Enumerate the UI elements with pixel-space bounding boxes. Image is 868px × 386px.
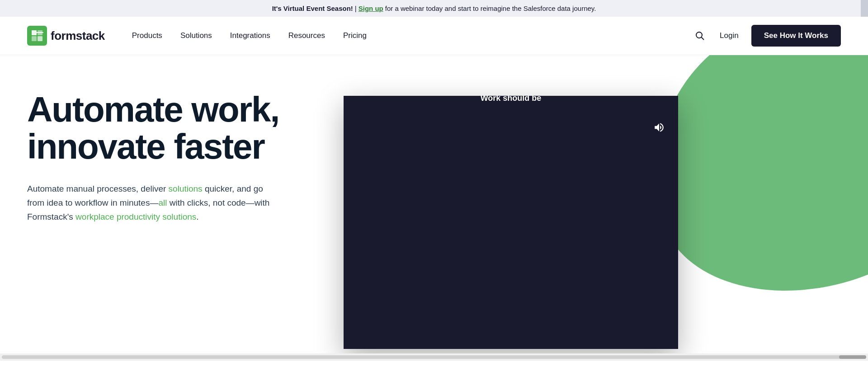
hero-description: Automate manual processes, deliver solut… — [27, 182, 280, 224]
search-button[interactable] — [693, 28, 707, 43]
logo-text: formstack — [51, 29, 105, 43]
login-link[interactable]: Login — [720, 31, 739, 40]
hero-right: Work should be — [339, 55, 868, 353]
hero-desc-green-3: workplace productivity solutions — [75, 212, 196, 221]
nav-products[interactable]: Products — [132, 31, 162, 40]
search-icon — [694, 30, 705, 41]
mute-icon — [653, 122, 665, 133]
nav-links: Products Solutions Integrations Resource… — [132, 31, 675, 40]
video-subtitle: Work should be — [344, 96, 678, 108]
announcement-rest: for a webinar today and start to reimagi… — [385, 5, 596, 12]
video-player[interactable]: Work should be — [344, 96, 678, 349]
cta-button[interactable]: See How It Works — [751, 25, 841, 47]
logo-icon — [27, 26, 47, 46]
nav-solutions[interactable]: Solutions — [180, 31, 212, 40]
svg-point-5 — [696, 32, 702, 38]
nav-resources[interactable]: Resources — [288, 31, 325, 40]
nav-pricing[interactable]: Pricing — [343, 31, 367, 40]
hero-desc-green-2: all — [158, 198, 167, 207]
announcement-bar: It's Virtual Event Season! | Sign up for… — [0, 0, 868, 17]
svg-line-6 — [702, 38, 704, 40]
horizontal-scrollbar[interactable] — [0, 353, 868, 361]
announcement-separator: | — [355, 5, 357, 12]
announcement-link[interactable]: Sign up — [359, 5, 383, 12]
nav-right: Login See How It Works — [693, 25, 841, 47]
svg-rect-2 — [32, 36, 37, 41]
hero-desc-green-1: solutions — [169, 184, 203, 193]
svg-rect-0 — [32, 30, 37, 35]
hero-section: Automate work, innovate faster Automate … — [0, 55, 868, 353]
logo[interactable]: formstack — [27, 26, 105, 46]
nav-integrations[interactable]: Integrations — [230, 31, 270, 40]
scrollbar-thumb[interactable] — [839, 355, 866, 359]
svg-rect-3 — [38, 36, 42, 41]
hero-left: Automate work, innovate faster Automate … — [0, 55, 339, 251]
mute-button[interactable] — [647, 116, 671, 139]
scrollbar-right — [861, 0, 868, 17]
logo-svg — [31, 29, 43, 42]
announcement-bold: It's Virtual Event Season! — [272, 5, 353, 12]
navbar: formstack Products Solutions Integration… — [0, 17, 868, 55]
hero-title: Automate work, innovate faster — [27, 91, 312, 165]
scrollbar-track — [2, 355, 866, 359]
